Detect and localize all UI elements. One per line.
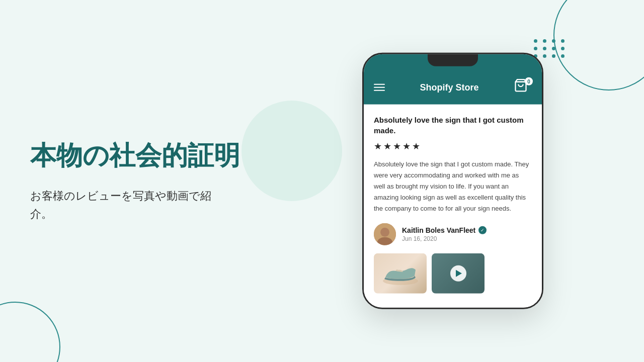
- shoe-image: [374, 253, 427, 294]
- review-content: Absolutely love the sign that I got cust…: [364, 105, 542, 308]
- reviewer-info: Kaitlin Boles VanFleet ✓ Jun 16, 2020: [402, 226, 532, 242]
- hamburger-line: [374, 90, 385, 91]
- hamburger-line: [374, 84, 385, 85]
- dot: [561, 54, 565, 58]
- avatar: [374, 223, 396, 245]
- star-3: ★: [393, 141, 401, 152]
- dot: [543, 54, 546, 58]
- video-preview: [432, 253, 485, 294]
- dot: [561, 39, 565, 43]
- main-title: 本物の社会的証明: [30, 140, 272, 171]
- review-date: Jun 16, 2020: [402, 235, 532, 242]
- dot: [552, 39, 555, 43]
- review-thumbnails: [374, 253, 532, 298]
- image-thumbnail[interactable]: [374, 253, 427, 294]
- bg-circle-top-right: [553, 0, 644, 90]
- bg-circle-bottom-left: [0, 302, 60, 362]
- dot: [543, 39, 546, 43]
- cart-button[interactable]: 0: [514, 78, 532, 97]
- reviewer-row: Kaitlin Boles VanFleet ✓ Jun 16, 2020: [374, 223, 532, 245]
- dot: [534, 39, 537, 43]
- dot: [552, 47, 555, 50]
- app-title: Shopify Store: [420, 82, 478, 93]
- star-rating: ★ ★ ★ ★ ★: [374, 141, 532, 152]
- phone-notch: [428, 54, 478, 66]
- avatar-image: [374, 223, 396, 245]
- shoe-svg: [380, 260, 421, 288]
- dot: [561, 47, 565, 50]
- star-1: ★: [374, 141, 382, 152]
- subtitle: お客様のレビューを写真や動画で紹介。: [30, 187, 272, 222]
- avatar-svg: [374, 223, 396, 245]
- dot: [552, 54, 555, 58]
- dot: [534, 47, 537, 50]
- phone-mockup: Shopify Store 0 Absolutely love the sign…: [362, 53, 543, 309]
- reviewer-name-row: Kaitlin Boles VanFleet ✓: [402, 226, 532, 234]
- play-button[interactable]: [450, 265, 466, 282]
- star-2: ★: [383, 141, 391, 152]
- reviewer-name: Kaitlin Boles VanFleet: [402, 226, 475, 234]
- star-5: ★: [412, 141, 420, 152]
- left-content: 本物の社会的証明 お客様のレビューを写真や動画で紹介。: [30, 140, 272, 223]
- phone-container: Shopify Store 0 Absolutely love the sign…: [362, 53, 543, 309]
- hamburger-menu-button[interactable]: [374, 84, 385, 91]
- review-body: Absolutely love the sign that I got cust…: [374, 159, 532, 214]
- review-title: Absolutely love the sign that I got cust…: [374, 115, 532, 136]
- cart-badge: 0: [525, 77, 533, 85]
- hamburger-line: [374, 87, 385, 88]
- play-triangle-icon: [456, 270, 462, 277]
- svg-point-2: [380, 228, 389, 237]
- verified-badge: ✓: [478, 226, 487, 234]
- dot: [543, 47, 546, 50]
- video-thumbnail[interactable]: [432, 253, 485, 294]
- star-4: ★: [403, 141, 411, 152]
